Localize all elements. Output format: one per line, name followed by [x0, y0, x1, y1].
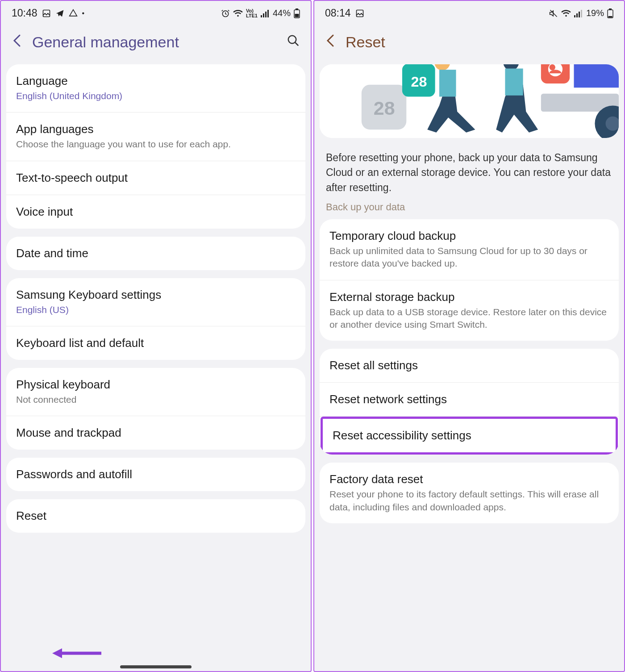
highlight-annotation: Reset accessibility settings — [321, 417, 618, 455]
item-language[interactable]: Language English (United Kingdom) — [6, 64, 305, 113]
item-temp-cloud-backup[interactable]: Temporary cloud backup Back up unlimited… — [320, 219, 619, 280]
drive-icon — [69, 9, 78, 18]
settings-group-1: Language English (United Kingdom) App la… — [6, 64, 305, 229]
status-dot: • — [82, 9, 85, 17]
search-icon[interactable] — [287, 34, 300, 50]
item-date-time[interactable]: Date and time — [6, 237, 305, 270]
factory-group: Factory data reset Reset your phone to i… — [320, 463, 619, 523]
mute-icon — [549, 9, 558, 18]
svg-rect-4 — [265, 12, 267, 17]
status-bar: 10:48 • Vo)LTE1 44% — [1, 1, 311, 24]
item-reset-all-settings[interactable]: Reset all settings — [320, 349, 619, 383]
item-reset[interactable]: Reset — [6, 499, 305, 533]
item-external-storage-backup[interactable]: External storage backup Back up data to … — [320, 280, 619, 341]
back-icon[interactable] — [325, 33, 336, 52]
svg-rect-13 — [579, 12, 580, 17]
battery-icon — [607, 8, 613, 18]
svg-rect-28 — [505, 68, 523, 95]
svg-rect-12 — [576, 13, 578, 17]
svg-rect-16 — [609, 8, 612, 10]
item-mouse-trackpad[interactable]: Mouse and trackpad — [6, 416, 305, 450]
item-samsung-keyboard[interactable]: Samsung Keyboard settings English (US) — [6, 278, 305, 326]
item-reset-accessibility-settings[interactable]: Reset accessibility settings — [323, 419, 616, 452]
svg-rect-11 — [574, 15, 575, 17]
arrow-annotation — [52, 647, 101, 660]
page-header: Reset — [314, 24, 624, 64]
svg-rect-7 — [296, 8, 298, 10]
svg-rect-5 — [267, 10, 269, 17]
gallery-icon — [355, 9, 364, 18]
item-app-languages[interactable]: App languages Choose the language you wa… — [6, 113, 305, 161]
alarm-icon — [221, 9, 230, 18]
page-title: Reset — [346, 33, 613, 51]
home-indicator[interactable] — [120, 665, 192, 668]
svg-rect-8 — [295, 14, 299, 17]
svg-rect-2 — [261, 15, 262, 17]
info-text: Before resetting your phone, back up you… — [314, 138, 624, 201]
battery-percent: 19% — [586, 8, 604, 18]
svg-rect-3 — [263, 13, 264, 17]
item-keyboard-list[interactable]: Keyboard list and default — [6, 326, 305, 360]
backup-group: Temporary cloud backup Back up unlimited… — [320, 219, 619, 341]
svg-point-34 — [550, 64, 555, 70]
svg-rect-26 — [439, 70, 456, 96]
settings-group-4: Physical keyboard Not connected Mouse an… — [6, 368, 305, 450]
signal-icon — [261, 9, 270, 17]
svg-text:28: 28 — [374, 97, 395, 119]
settings-group-2: Date and time — [6, 237, 305, 270]
svg-text:28: 28 — [411, 74, 427, 90]
status-left: 08:14 — [325, 7, 364, 19]
status-left: 10:48 • — [12, 7, 84, 19]
settings-group-3: Samsung Keyboard settings English (US) K… — [6, 278, 305, 360]
settings-group-5: Passwords and autofill — [6, 458, 305, 491]
item-factory-data-reset[interactable]: Factory data reset Reset your phone to i… — [320, 463, 619, 523]
status-time: 10:48 — [12, 7, 38, 19]
battery-icon — [294, 8, 300, 18]
section-label: Back up your data — [314, 201, 624, 219]
status-right: 19% — [549, 8, 613, 18]
svg-rect-23 — [424, 64, 428, 67]
page-header: General management — [1, 24, 311, 64]
phone-left: 10:48 • Vo)LTE1 44% — [0, 0, 312, 672]
page-title: General management — [32, 33, 277, 51]
svg-rect-14 — [581, 10, 582, 17]
item-text-to-speech[interactable]: Text-to-speech output — [6, 161, 305, 195]
hero-illustration: 28 28 — [320, 64, 619, 138]
wifi-icon — [561, 9, 571, 17]
status-time: 08:14 — [325, 7, 351, 19]
item-passwords-autofill[interactable]: Passwords and autofill — [6, 458, 305, 491]
svg-rect-17 — [608, 16, 612, 17]
svg-rect-10 — [356, 10, 363, 17]
telegram-icon — [55, 9, 64, 18]
svg-point-9 — [288, 36, 296, 44]
settings-group-6: Reset — [6, 499, 305, 533]
svg-rect-22 — [409, 64, 413, 67]
item-voice-input[interactable]: Voice input — [6, 195, 305, 229]
svg-rect-0 — [43, 10, 50, 17]
status-right: Vo)LTE1 44% — [221, 8, 300, 18]
reset-group: Reset all settings Reset network setting… — [320, 349, 619, 455]
status-bar: 08:14 19% — [314, 1, 624, 24]
battery-percent: 44% — [273, 8, 291, 18]
back-icon[interactable] — [12, 33, 22, 52]
item-physical-keyboard[interactable]: Physical keyboard Not connected — [6, 368, 305, 416]
signal-icon — [574, 9, 583, 17]
lte-icon: Vo)LTE1 — [246, 8, 258, 18]
item-reset-network-settings[interactable]: Reset network settings — [320, 383, 619, 417]
phone-right: 08:14 19% Reset — [313, 0, 625, 672]
wifi-icon — [233, 9, 243, 17]
gallery-icon — [42, 9, 51, 18]
